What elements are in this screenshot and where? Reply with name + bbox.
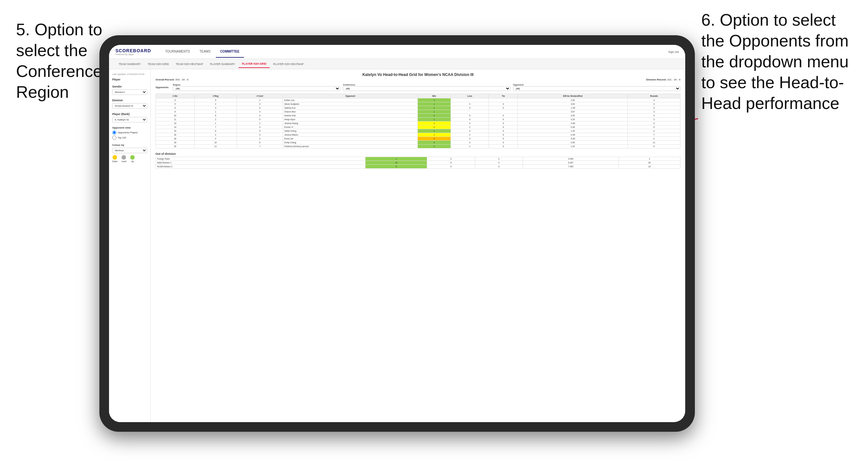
cell-win: 1 — [418, 110, 451, 114]
cell-win: 1 — [418, 106, 451, 110]
cell-win: 2 — [418, 114, 451, 118]
cell-tie: 0 — [489, 102, 518, 106]
filters-row: Opponents: Region (All) Conference (All) — [156, 84, 680, 91]
sign-out-link[interactable]: Sign out — [668, 50, 679, 54]
division-label: Division — [112, 99, 147, 102]
cell-reg: 6 — [195, 114, 237, 118]
nav-committee[interactable]: COMMITTEE — [216, 46, 244, 58]
sub-nav: TEAM SUMMARY TEAM H2H GRID TEAM H2H HEAT… — [109, 59, 685, 69]
cell-loss: 3 — [451, 137, 489, 141]
cell-opponent: Sydney Kuo — [283, 106, 417, 110]
col-opponent: Opponent — [283, 94, 417, 98]
nav-tournaments[interactable]: TOURNAMENTS — [161, 46, 194, 58]
table-row: 15 8 5 Stella Cheng 1 0 0 1.25 4 — [156, 129, 680, 133]
subnav-team-summary[interactable]: TEAM SUMMARY — [116, 61, 144, 68]
content-area: Katelyn Vo Head-to-Head Grid for Women's… — [151, 69, 685, 422]
cell-reg: 2 — [195, 137, 237, 141]
legend-down: Down — [112, 155, 118, 162]
cell-reg: 8 — [195, 129, 237, 133]
ood-cell-win: 1 — [366, 157, 427, 161]
cell-reg: 7 — [195, 125, 237, 129]
cell-win: 2 — [418, 125, 451, 129]
ood-cell-loss: 0 — [427, 165, 475, 168]
cell-reg: 11 — [195, 145, 237, 148]
nav-teams[interactable]: TEAMS — [195, 46, 215, 58]
cell-rounds: 4 — [628, 114, 680, 118]
ood-table-row: Foreign Team 1 0 0 4.500 2 — [156, 157, 680, 161]
cell-win: 1 — [418, 118, 451, 122]
sidebar-colour-section: Colour by Win/loss Down Level — [112, 144, 147, 162]
conference-select[interactable]: (All) — [343, 86, 510, 91]
subnav-team-h2h-heatmap[interactable]: TEAM H2H HEATMAP — [173, 61, 207, 68]
cell-rounds: 4 — [628, 129, 680, 133]
cell-opponent: Emily Chang — [283, 141, 417, 145]
out-of-division-header: Out of division — [156, 152, 680, 155]
col-loss: Loss — [451, 94, 489, 98]
cell-div: 3 — [156, 98, 195, 102]
table-row: 9 1 4 Sharon Mun 1 3.67 3 — [156, 110, 680, 114]
col-rounds: Rounds — [628, 94, 680, 98]
table-row: 20 11 7 Federica Domecq Lacroze 2 1 0 1.… — [156, 145, 680, 148]
ood-cell-tie: 0 — [475, 161, 523, 165]
ood-cell-opponent: NCAA Division 2 — [156, 165, 366, 168]
opponent-select[interactable]: (All) — [513, 86, 680, 91]
cell-conf: 4 — [237, 125, 283, 129]
subnav-player-h2h-heatmap[interactable]: PLAYER H2H HEATMAP — [270, 61, 307, 68]
legend-level: Level — [122, 155, 127, 162]
cell-loss: 0 — [451, 114, 489, 118]
cell-opponent: Alexis Sudjianto — [283, 102, 417, 106]
cell-opponent: Andrea York — [283, 114, 417, 118]
ood-cell-opponent: NAIA Division 1 — [156, 161, 366, 165]
cell-win: 4 — [418, 141, 451, 145]
tablet-frame: SCOREBOARD Powered by clippd TOURNAMENTS… — [99, 35, 695, 432]
cell-diff: -0.94 — [518, 133, 628, 137]
ood-cell-rounds: 30 — [619, 161, 680, 165]
cell-tie: 0 — [489, 122, 518, 125]
cell-div: 19 — [156, 141, 195, 145]
col-reg: # Reg — [195, 94, 237, 98]
subnav-player-h2h-grid[interactable]: PLAYER H2H GRID — [239, 60, 270, 68]
cell-conf: 5 — [237, 118, 283, 122]
cell-conf: 3 — [237, 106, 283, 110]
ood-cell-diff: 9.267 — [523, 161, 619, 165]
cell-win: 1 — [418, 129, 451, 133]
radio-top100[interactable]: Top 100 — [112, 135, 147, 140]
division-select[interactable]: NCAA Division III — [112, 103, 147, 108]
cell-reg: 2 — [195, 102, 237, 106]
cell-diff: -5.00 — [518, 137, 628, 141]
sidebar-player-rank-section: Player (Rank) 8. Katelyn Vo — [112, 113, 147, 122]
table-row: 16 2 3 Jessica Mason 1 2 0 -0.94 7 — [156, 133, 680, 137]
cell-div: 10 — [156, 114, 195, 118]
cell-div: 13 — [156, 122, 195, 125]
cell-loss: 2 — [451, 133, 489, 137]
cell-rounds: 3 — [628, 102, 680, 106]
radio-opponents-played[interactable]: Opponents Played — [112, 130, 147, 135]
region-select[interactable]: (All) — [173, 86, 340, 91]
cell-diff: 4.00 — [518, 102, 628, 106]
cell-opponent: Jessica Huang — [283, 122, 417, 125]
cell-div: 5 — [156, 102, 195, 106]
cell-win: 2 — [418, 145, 451, 148]
cell-div: 6 — [156, 106, 195, 110]
region-filter: Region (All) — [173, 84, 340, 91]
cell-tie: 0 — [489, 118, 518, 122]
subnav-team-h2h-grid[interactable]: TEAM H2H GRID — [144, 61, 172, 68]
cell-loss: 0 — [451, 118, 489, 122]
colour-by-select[interactable]: Win/loss — [112, 148, 147, 153]
gender-select[interactable]: Women's — [112, 89, 147, 95]
cell-loss: 0 — [451, 122, 489, 125]
legend-label-level: Level — [122, 160, 127, 162]
cell-conf: 1 — [237, 98, 283, 102]
player-label: Player — [112, 78, 147, 81]
subnav-player-summary[interactable]: PLAYER SUMMARY — [207, 61, 239, 68]
legend-dot-up — [130, 155, 135, 160]
cell-opponent: Federica Domecq Lacroze — [283, 145, 417, 148]
sidebar-division-section: Division NCAA Division III — [112, 99, 147, 108]
cell-diff: 1.33 — [518, 145, 628, 148]
table-row: 6 3 3 Sydney Kuo 1 0 0 -1.00 3 — [156, 106, 680, 110]
ood-table-row: NCAA Division 2 5 0 0 7.400 10 — [156, 165, 680, 168]
region-filter-label: Region — [173, 84, 340, 86]
cell-conf: 3 — [237, 114, 283, 118]
player-rank-select[interactable]: 8. Katelyn Vo — [112, 117, 147, 122]
cell-div: 14 — [156, 125, 195, 129]
